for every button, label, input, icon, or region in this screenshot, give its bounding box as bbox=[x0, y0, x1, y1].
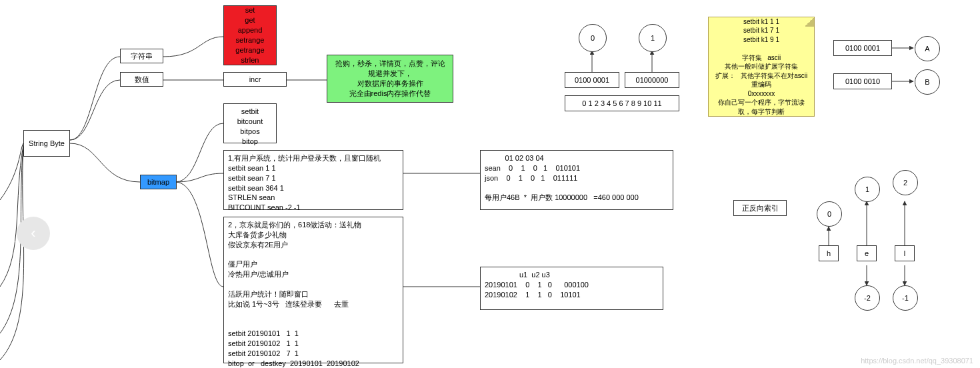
circle-0: 0 bbox=[579, 24, 607, 52]
node-bitmap: bitmap bbox=[140, 175, 177, 189]
idx-m2: -2 bbox=[855, 285, 880, 311]
circle-1: 1 bbox=[639, 24, 667, 52]
index-title: 正反向索引 bbox=[733, 200, 787, 216]
node-bitmap-ex1-out: 01 02 03 04 sean 0 1 0 1 010101 json 0 1… bbox=[480, 150, 673, 210]
map-b-bits: 0100 0010 bbox=[833, 73, 892, 89]
chevron-left-icon: ‹ bbox=[31, 225, 35, 242]
node-green-note: 抢购，秒杀，详情页，点赞，评论 规避并发下， 对数据库的事务操作 完全由redi… bbox=[327, 55, 453, 103]
idx-h: h bbox=[819, 245, 839, 261]
node-string: 字符串 bbox=[120, 49, 163, 63]
map-a-bits: 0100 0001 bbox=[833, 40, 892, 56]
idx-1: 1 bbox=[855, 177, 880, 202]
byte1: 01000000 bbox=[625, 72, 679, 88]
back-button[interactable]: ‹ bbox=[17, 217, 50, 250]
map-a-char: A bbox=[915, 36, 940, 61]
node-incr: incr bbox=[223, 72, 287, 87]
idx-2: 2 bbox=[893, 170, 918, 195]
node-bitmap-ex2: 2，京东就是你们的，618做活动：送礼物 大库备货多少礼物 假设京东有2E用户 … bbox=[223, 217, 403, 363]
node-bitmap-ex2-out: u1 u2 u3 20190101 0 1 0 000100 20190102 … bbox=[480, 267, 663, 310]
idx-e: e bbox=[857, 245, 877, 261]
byte-index: 0 1 2 3 4 5 6 7 8 9 10 11 bbox=[565, 95, 679, 111]
node-bit-ops: setbit bitcount bitpos bitop bbox=[223, 103, 277, 143]
node-bitmap-ex1: 1,有用户系统，统计用户登录天数，且窗口随机 setbit sean 1 1 s… bbox=[223, 150, 403, 210]
node-number: 数值 bbox=[120, 72, 163, 87]
idx-0: 0 bbox=[817, 201, 842, 227]
node-red-ops: set get append setrange getrange strlen bbox=[223, 5, 277, 65]
sticky-note: setbit k1 1 1 setbit k1 7 1 setbit k1 9 … bbox=[708, 17, 815, 117]
node-string-byte: String Byte bbox=[23, 130, 70, 157]
idx-m1: -1 bbox=[893, 285, 918, 311]
byte0: 0100 0001 bbox=[565, 72, 619, 88]
map-b-char: B bbox=[915, 69, 940, 95]
idx-l: l bbox=[895, 245, 915, 261]
watermark: https://blog.csdn.net/qq_39308071 bbox=[861, 357, 973, 365]
